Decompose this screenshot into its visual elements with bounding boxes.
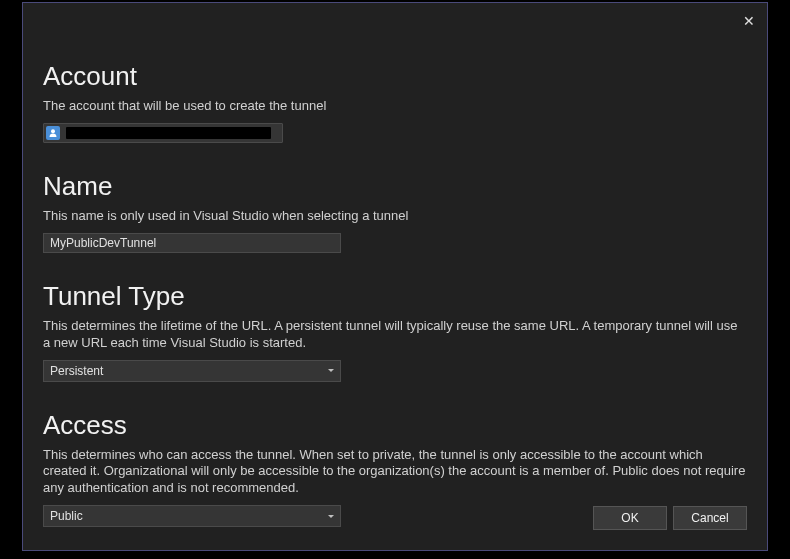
tunnel-type-value: Persistent	[50, 364, 103, 378]
account-heading: Account	[43, 61, 747, 92]
dialog-content: Account The account that will be used to…	[23, 3, 767, 559]
name-heading: Name	[43, 171, 747, 202]
tunnel-name-input[interactable]	[43, 233, 341, 253]
dialog-buttons: OK Cancel	[593, 506, 747, 530]
cancel-button[interactable]: Cancel	[673, 506, 747, 530]
access-select[interactable]: Public	[43, 505, 341, 527]
account-section: Account The account that will be used to…	[43, 61, 747, 143]
account-value-redacted	[66, 127, 271, 139]
account-icon	[46, 126, 60, 140]
tunnel-type-heading: Tunnel Type	[43, 281, 747, 312]
ok-button[interactable]: OK	[593, 506, 667, 530]
tunnel-type-description: This determines the lifetime of the URL.…	[43, 318, 747, 352]
chevron-down-icon	[322, 361, 340, 381]
close-icon: ✕	[743, 13, 755, 29]
name-section: Name This name is only used in Visual St…	[43, 171, 747, 253]
tunnel-type-section: Tunnel Type This determines the lifetime…	[43, 281, 747, 382]
account-description: The account that will be used to create …	[43, 98, 747, 115]
account-selector[interactable]	[43, 123, 283, 143]
access-description: This determines who can access the tunne…	[43, 447, 747, 498]
name-description: This name is only used in Visual Studio …	[43, 208, 747, 225]
chevron-down-icon	[322, 506, 340, 526]
access-heading: Access	[43, 410, 747, 441]
close-button[interactable]: ✕	[737, 9, 761, 33]
tunnel-type-select[interactable]: Persistent	[43, 360, 341, 382]
access-value: Public	[50, 509, 83, 523]
svg-point-0	[51, 129, 55, 133]
dev-tunnel-dialog: ✕ Account The account that will be used …	[22, 2, 768, 551]
